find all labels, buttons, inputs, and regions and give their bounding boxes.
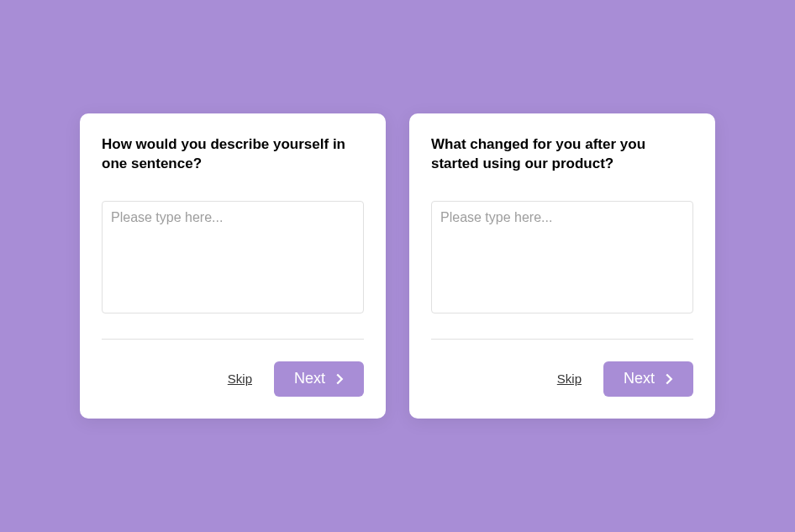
- card-actions: Skip Next: [102, 361, 364, 397]
- divider: [102, 339, 364, 340]
- answer-input[interactable]: [102, 201, 364, 313]
- chevron-right-icon: [330, 370, 349, 388]
- next-button[interactable]: Next: [274, 361, 364, 397]
- question-text: What changed for you after you started u…: [431, 135, 693, 174]
- next-button-label: Next: [294, 370, 325, 387]
- answer-input[interactable]: [431, 201, 693, 313]
- survey-card-2: What changed for you after you started u…: [409, 113, 715, 419]
- divider: [431, 339, 693, 340]
- next-button-label: Next: [624, 370, 655, 387]
- card-actions: Skip Next: [431, 361, 693, 397]
- survey-card-1: How would you describe yourself in one s…: [80, 113, 386, 419]
- chevron-right-icon: [660, 370, 678, 388]
- question-text: How would you describe yourself in one s…: [102, 135, 364, 174]
- skip-button[interactable]: Skip: [557, 371, 582, 386]
- next-button[interactable]: Next: [603, 361, 693, 397]
- skip-button[interactable]: Skip: [228, 371, 252, 386]
